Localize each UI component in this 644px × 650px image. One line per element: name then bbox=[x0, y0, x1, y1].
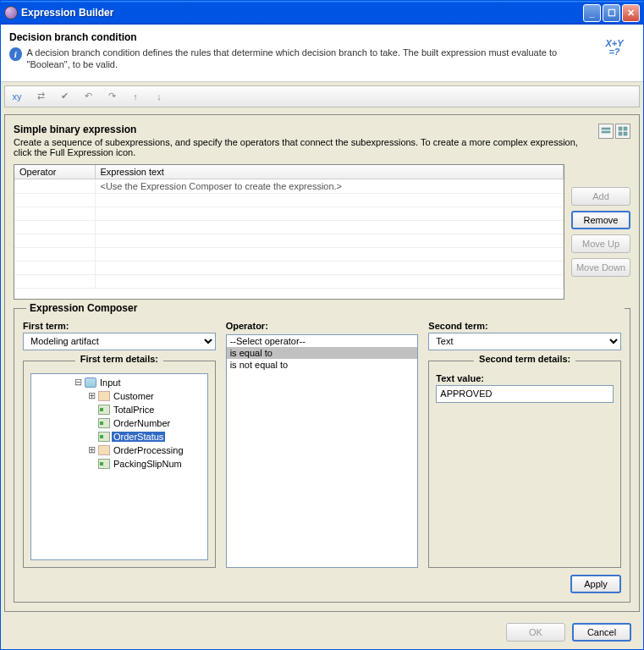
window-title: Expression Builder bbox=[21, 7, 583, 19]
tree-item-label: TotalPrice bbox=[112, 405, 156, 415]
info-body: A decision branch condition defines the … bbox=[27, 47, 594, 71]
toolbar: xy ⇄ ✔ ↶ ↷ ↑ ↓ bbox=[4, 85, 640, 107]
svg-rect-2 bbox=[619, 127, 622, 130]
toggle-tool-icon[interactable]: ⇄ bbox=[32, 88, 49, 105]
remove-button[interactable]: Remove bbox=[571, 211, 630, 229]
tree-item-label: OrderNumber bbox=[112, 418, 172, 428]
validate-tool-icon[interactable]: ✔ bbox=[56, 88, 73, 105]
svg-rect-4 bbox=[619, 132, 622, 135]
i-attr-icon bbox=[98, 432, 110, 442]
tree-item-label: Customer bbox=[112, 391, 156, 401]
tree-item-label: Input bbox=[98, 377, 122, 388]
expression-placeholder: <Use the Expression Composer to create t… bbox=[95, 179, 564, 193]
info-icon: i bbox=[9, 47, 22, 61]
svg-rect-5 bbox=[624, 132, 627, 135]
titlebar[interactable]: Expression Builder _ ☐ ✕ bbox=[1, 1, 643, 25]
text-value-input[interactable] bbox=[436, 385, 614, 403]
table-row[interactable]: <Use the Expression Composer to create t… bbox=[14, 179, 564, 193]
expression-table[interactable]: Operator Expression text <Use the Expres… bbox=[14, 164, 564, 300]
text-value-label: Text value: bbox=[436, 373, 614, 383]
first-term-label: First term: bbox=[23, 321, 216, 331]
i-input-icon bbox=[85, 377, 96, 388]
operator-option[interactable]: is not equal to bbox=[227, 359, 418, 371]
composer-legend: Expression Composer bbox=[26, 302, 625, 314]
expression-logo: X+Y =? bbox=[594, 31, 635, 65]
main-panel: Simple binary expression Create a sequen… bbox=[4, 114, 640, 612]
logo-bottom: =? bbox=[608, 48, 619, 57]
ok-button[interactable]: OK bbox=[506, 623, 565, 642]
sbe-desc: Create a sequence of subexpressions, and… bbox=[14, 137, 598, 157]
simple-mode-icon[interactable] bbox=[598, 124, 614, 139]
tree-item-label: PackingSlipNum bbox=[112, 459, 184, 469]
i-attr-icon bbox=[98, 405, 110, 415]
second-term-details: Second term details: Text value: bbox=[428, 361, 621, 568]
operator-column: Operator: --Select operator--is equal to… bbox=[226, 321, 419, 568]
svg-rect-3 bbox=[624, 127, 627, 130]
tree-item[interactable]: ⊞Customer bbox=[33, 389, 206, 403]
i-attr-icon bbox=[98, 459, 110, 469]
first-term-column: First term: Modeling artifact First term… bbox=[23, 321, 216, 568]
second-term-label: Second term: bbox=[428, 321, 621, 331]
tree-item[interactable]: OrderNumber bbox=[33, 416, 206, 430]
operator-option[interactable]: is equal to bbox=[227, 347, 418, 359]
operator-label: Operator: bbox=[226, 321, 419, 331]
col-operator[interactable]: Operator bbox=[14, 165, 95, 179]
minimize-button[interactable]: _ bbox=[583, 4, 601, 22]
expression-builder-window: Expression Builder _ ☐ ✕ Decision branch… bbox=[0, 0, 644, 650]
redo-icon[interactable]: ↷ bbox=[103, 88, 120, 105]
dialog-footer: OK Cancel bbox=[1, 615, 643, 649]
first-term-select[interactable]: Modeling artifact bbox=[23, 333, 216, 350]
tree-item[interactable]: OrderStatus bbox=[33, 430, 206, 443]
close-button[interactable]: ✕ bbox=[622, 4, 640, 22]
tree-item-label: OrderStatus bbox=[112, 432, 165, 442]
down-icon[interactable]: ↓ bbox=[151, 88, 168, 105]
add-button[interactable]: Add bbox=[571, 187, 630, 206]
expand-icon[interactable]: ⊞ bbox=[87, 390, 96, 401]
col-expression-text[interactable]: Expression text bbox=[95, 165, 564, 179]
info-panel: Decision branch condition i A decision b… bbox=[1, 25, 643, 82]
svg-rect-0 bbox=[602, 128, 610, 129]
i-cust-icon bbox=[98, 445, 110, 455]
tree-item[interactable]: ⊟Input bbox=[33, 376, 206, 389]
undo-icon[interactable]: ↶ bbox=[80, 88, 96, 105]
full-mode-icon[interactable] bbox=[615, 124, 630, 139]
operator-option[interactable]: --Select operator-- bbox=[227, 335, 418, 347]
tree-item-label: OrderProcessing bbox=[112, 445, 185, 455]
first-term-details: First term details: ⊟Input⊞CustomerTotal… bbox=[23, 361, 216, 568]
expr-tool-icon[interactable]: xy bbox=[8, 88, 25, 105]
expression-composer: Expression Composer First term: Modeling… bbox=[14, 308, 630, 603]
sbe-title: Simple binary expression bbox=[14, 124, 598, 135]
app-icon bbox=[4, 6, 18, 19]
i-attr-icon bbox=[98, 418, 110, 428]
info-heading: Decision branch condition bbox=[9, 31, 594, 43]
cancel-button[interactable]: Cancel bbox=[572, 623, 631, 642]
i-cust-icon bbox=[98, 391, 110, 401]
tree-item[interactable]: PackingSlipNum bbox=[33, 457, 206, 471]
artifact-tree[interactable]: ⊟Input⊞CustomerTotalPriceOrderNumberOrde… bbox=[30, 373, 208, 560]
move-down-button[interactable]: Move Down bbox=[571, 258, 630, 277]
up-icon[interactable]: ↑ bbox=[127, 88, 144, 105]
collapse-icon[interactable]: ⊟ bbox=[74, 377, 83, 388]
first-term-details-label: First term details: bbox=[75, 354, 163, 364]
svg-rect-1 bbox=[602, 131, 610, 133]
maximize-button[interactable]: ☐ bbox=[603, 4, 620, 22]
operator-listbox[interactable]: --Select operator--is equal tois not equ… bbox=[226, 334, 419, 568]
second-term-select[interactable]: Text bbox=[428, 333, 621, 350]
expand-icon[interactable]: ⊞ bbox=[87, 444, 96, 455]
second-term-details-label: Second term details: bbox=[474, 354, 575, 364]
tree-item[interactable]: ⊞OrderProcessing bbox=[33, 443, 206, 457]
tree-item[interactable]: TotalPrice bbox=[33, 403, 206, 416]
second-term-column: Second term: Text Second term details: T… bbox=[428, 321, 621, 568]
apply-button[interactable]: Apply bbox=[570, 575, 621, 593]
sbe-section: Simple binary expression Create a sequen… bbox=[14, 124, 630, 300]
move-up-button[interactable]: Move Up bbox=[571, 234, 630, 253]
